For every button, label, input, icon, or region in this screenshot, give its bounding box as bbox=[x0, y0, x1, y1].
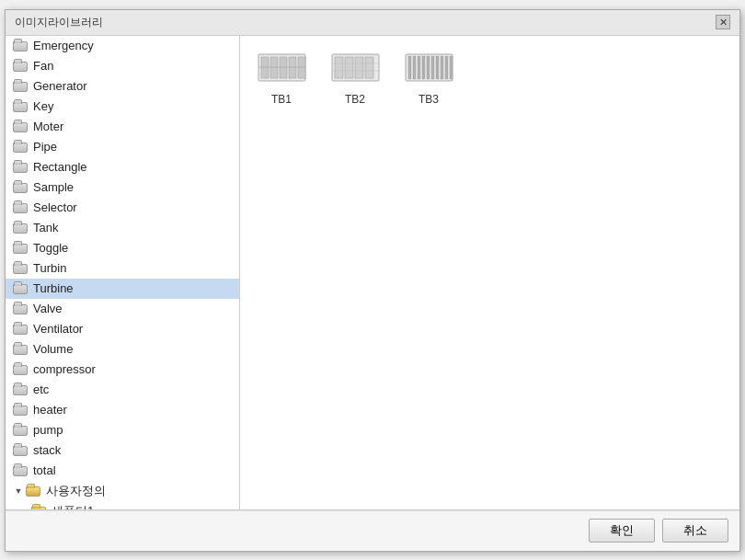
folder-icon-total bbox=[13, 464, 29, 477]
folder-icon-user-defined bbox=[26, 485, 42, 497]
tree-item-total[interactable]: total bbox=[6, 461, 239, 481]
folder-icon-rectangle bbox=[13, 161, 29, 174]
tree-item-pump[interactable]: pump bbox=[6, 420, 239, 440]
folder-icon-stack bbox=[13, 444, 29, 457]
svg-rect-1 bbox=[261, 57, 269, 78]
folder-icon-selector bbox=[13, 201, 29, 214]
tree-label-tank: Tank bbox=[33, 221, 58, 234]
folder-icon-volume bbox=[13, 343, 29, 356]
tree-item-rectangle[interactable]: Rectangle bbox=[6, 157, 239, 177]
tree-item-new-folder1[interactable]: 새폴더1 bbox=[6, 501, 239, 509]
tree-item-valve[interactable]: Valve bbox=[6, 299, 239, 319]
svg-rect-20 bbox=[431, 56, 434, 79]
tree-label-turbin: Turbin bbox=[33, 261, 66, 275]
svg-rect-16 bbox=[413, 56, 416, 79]
cancel-button[interactable]: 취소 bbox=[662, 519, 728, 543]
tree-item-etc[interactable]: etc bbox=[6, 380, 239, 400]
tree-label-generator: Generator bbox=[33, 79, 87, 93]
title-bar: 이미지라이브러리 ✕ bbox=[6, 10, 739, 36]
tree-item-user-defined[interactable]: ▼사용자정의 bbox=[6, 481, 239, 501]
icon-item-tb2[interactable]: TB2 bbox=[323, 45, 387, 106]
folder-icon-ventilator bbox=[13, 323, 29, 336]
dialog-title: 이미지라이브러리 bbox=[15, 15, 103, 30]
tree-label-rectangle: Rectangle bbox=[33, 160, 87, 174]
tree-label-fan: Fan bbox=[33, 59, 53, 73]
tree-label-pump: pump bbox=[33, 423, 63, 437]
tree-item-fan[interactable]: Fan bbox=[6, 56, 239, 76]
tree-label-key: Key bbox=[33, 99, 53, 113]
tree-label-stack: stack bbox=[33, 443, 61, 457]
folder-icon-heater bbox=[13, 404, 29, 417]
icon-grid: TB1 TB2 bbox=[249, 45, 730, 106]
svg-rect-19 bbox=[427, 56, 430, 79]
tree-item-compressor[interactable]: compressor bbox=[6, 360, 239, 380]
tree-label-selector: Selector bbox=[33, 200, 77, 214]
tree-label-valve: Valve bbox=[33, 302, 63, 315]
svg-rect-15 bbox=[408, 56, 411, 79]
folder-icon-etc bbox=[13, 383, 29, 396]
tree-label-turbine: Turbine bbox=[33, 281, 74, 295]
tree-item-volume[interactable]: Volume bbox=[6, 339, 239, 360]
tree-item-heater[interactable]: heater bbox=[6, 400, 239, 420]
tree-label-total: total bbox=[33, 463, 56, 477]
tree-panel[interactable]: EmergencyFanGeneratorKeyMoterPipeRectang… bbox=[6, 36, 240, 509]
tree-item-tank[interactable]: Tank bbox=[6, 218, 239, 238]
tb2-label: TB2 bbox=[345, 93, 365, 106]
svg-rect-23 bbox=[445, 56, 448, 79]
icon-item-tb3[interactable]: TB3 bbox=[396, 45, 461, 106]
folder-icon-tank bbox=[13, 222, 29, 234]
bottom-bar: 확인 취소 bbox=[6, 510, 739, 551]
svg-rect-18 bbox=[422, 56, 425, 79]
tree-item-selector[interactable]: Selector bbox=[6, 198, 239, 218]
tree-item-pipe[interactable]: Pipe bbox=[6, 137, 239, 157]
tree-label-heater: heater bbox=[33, 403, 67, 417]
tree-item-emergency[interactable]: Emergency bbox=[6, 36, 239, 56]
svg-rect-17 bbox=[418, 56, 420, 79]
svg-rect-9 bbox=[345, 57, 353, 78]
tree-item-moter[interactable]: Moter bbox=[6, 117, 239, 137]
folder-icon-valve bbox=[13, 303, 29, 315]
tree-label-user-defined: 사용자정의 bbox=[46, 483, 106, 499]
svg-rect-8 bbox=[335, 57, 343, 78]
icon-item-tb1[interactable]: TB1 bbox=[249, 45, 314, 106]
folder-icon-new-folder1 bbox=[31, 505, 48, 509]
tb1-label: TB1 bbox=[271, 93, 292, 106]
folder-icon-compressor bbox=[13, 363, 29, 376]
main-content: EmergencyFanGeneratorKeyMoterPipeRectang… bbox=[6, 36, 739, 510]
tree-label-sample: Sample bbox=[33, 180, 74, 194]
tb3-label: TB3 bbox=[418, 93, 439, 106]
folder-icon-emergency bbox=[13, 40, 29, 52]
tree-item-sample[interactable]: Sample bbox=[6, 177, 239, 198]
tree-item-generator[interactable]: Generator bbox=[6, 76, 239, 97]
svg-rect-11 bbox=[365, 57, 373, 78]
tree-label-pipe: Pipe bbox=[33, 140, 57, 154]
expand-arrow-user-defined[interactable]: ▼ bbox=[13, 486, 24, 497]
folder-icon-pump bbox=[13, 424, 29, 437]
svg-rect-10 bbox=[355, 57, 363, 78]
folder-icon-key bbox=[13, 100, 29, 113]
tree-item-key[interactable]: Key bbox=[6, 97, 239, 117]
tree-label-volume: Volume bbox=[33, 342, 73, 356]
tree-label-ventilator: Ventilator bbox=[33, 322, 83, 336]
svg-rect-3 bbox=[280, 57, 287, 78]
tree-label-etc: etc bbox=[33, 383, 49, 396]
svg-rect-21 bbox=[436, 56, 439, 79]
tree-item-turbine[interactable]: Turbine bbox=[6, 279, 239, 299]
tree-item-turbin[interactable]: Turbin bbox=[6, 258, 239, 279]
folder-icon-pipe bbox=[13, 141, 29, 154]
svg-rect-22 bbox=[441, 56, 443, 79]
tree-label-moter: Moter bbox=[33, 120, 63, 133]
tree-label-new-folder1: 새폴더1 bbox=[52, 503, 94, 509]
close-button[interactable]: ✕ bbox=[716, 15, 730, 29]
folder-icon-turbin bbox=[13, 262, 29, 275]
tree-item-ventilator[interactable]: Ventilator bbox=[6, 319, 239, 339]
confirm-button[interactable]: 확인 bbox=[589, 519, 655, 543]
svg-rect-4 bbox=[289, 57, 296, 78]
tree-item-toggle[interactable]: Toggle bbox=[6, 238, 239, 258]
tree-label-toggle: Toggle bbox=[33, 241, 68, 255]
folder-icon-toggle bbox=[13, 242, 29, 255]
icon-panel: TB1 TB2 bbox=[240, 36, 739, 509]
tree-item-stack[interactable]: stack bbox=[6, 440, 239, 461]
folder-icon-generator bbox=[13, 80, 29, 93]
folder-icon-turbine bbox=[13, 282, 29, 295]
